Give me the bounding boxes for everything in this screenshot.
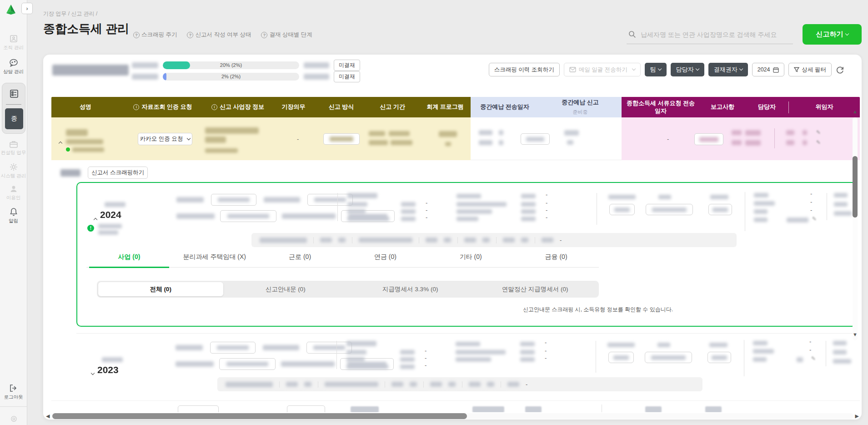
- report-method-select[interactable]: [323, 133, 360, 145]
- status-dot-icon: [66, 147, 70, 152]
- redacted-label: [457, 194, 481, 198]
- report-items-button[interactable]: [694, 133, 723, 145]
- help-report-status[interactable]: ?신고서 작성 여부 상태: [187, 31, 251, 39]
- redacted-label: [457, 202, 507, 207]
- pdf-download-button[interactable]: [645, 352, 692, 363]
- redacted-label: [176, 213, 215, 219]
- col-auth-request[interactable]: i자료조회 인증 요청: [120, 97, 206, 117]
- tab-earned[interactable]: 근로 (0): [257, 248, 343, 267]
- redacted-label: [472, 406, 504, 412]
- sidebar-expand-button[interactable]: ›: [21, 3, 33, 14]
- question-icon: ?: [133, 32, 140, 38]
- redacted-label: [833, 359, 851, 364]
- subtab-payment-statement[interactable]: 지급명세서 3.3% (0): [348, 282, 473, 296]
- progress-track: 20% (2%): [163, 61, 299, 69]
- edit-icon[interactable]: ✎: [812, 216, 817, 222]
- redacted-count: [521, 238, 528, 243]
- sidebar-item-consulting[interactable]: 컨설팅 업무: [0, 140, 27, 156]
- pdf-download-button[interactable]: [210, 342, 256, 354]
- scroll-right-arrow[interactable]: ▶: [855, 414, 859, 419]
- scroll-down-arrow[interactable]: ▼: [853, 332, 858, 337]
- search-input[interactable]: [641, 31, 786, 38]
- bell-icon: [9, 207, 18, 217]
- app-logo[interactable]: [5, 4, 17, 15]
- sidebar: 조직 관리 상담 관리 종 컨설팅 업무 시스템 관리 이용인 알림 로그아웃 …: [0, 0, 27, 425]
- sidebar-item-system[interactable]: 시스템 관리: [0, 162, 27, 179]
- col-manager: 담당자: [745, 103, 788, 111]
- dash-value: -: [809, 346, 811, 353]
- mail-bulk-button[interactable]: 메일 일괄 전송하기: [564, 63, 641, 76]
- expand-year-icon[interactable]: [91, 371, 95, 375]
- pdf-download-button[interactable]: [646, 204, 693, 215]
- year-picker-button[interactable]: 2024: [752, 63, 784, 76]
- interim-select[interactable]: [521, 133, 550, 145]
- pdf-download-button[interactable]: [211, 194, 256, 206]
- subtab-all[interactable]: 전체 (0): [98, 282, 223, 296]
- settings-icon[interactable]: [10, 415, 17, 422]
- v-scroll-track[interactable]: [853, 117, 858, 340]
- header-olive-section: 성명 i자료조회 인증 요청 i신고 사업장 정보 기장의무 신고 방식 신고 …: [51, 97, 471, 117]
- redacted-count: [448, 382, 456, 387]
- subtab-yearend-statement[interactable]: 연말정산 지급명세서 (0): [473, 282, 598, 296]
- kakao-auth-request-button[interactable]: 카카오 인증 요청: [138, 133, 192, 145]
- subtab-guide[interactable]: 신고안내문 (0): [223, 282, 348, 296]
- approver-filter-button[interactable]: 결재권자: [708, 63, 748, 76]
- redacted-label: [833, 341, 847, 345]
- report-button[interactable]: 신고하기: [803, 24, 862, 45]
- redacted-label: [607, 343, 635, 347]
- tab-separate-housing[interactable]: 분리과세 주택임대 (X): [172, 248, 257, 267]
- help-approval-stage[interactable]: ?결재 상태별 단계: [261, 31, 312, 39]
- unapproved-button[interactable]: 미결재: [334, 60, 360, 71]
- redacted-label: [351, 406, 379, 412]
- tab-pension[interactable]: 연금 (0): [342, 248, 428, 267]
- redacted-status: [401, 209, 416, 214]
- input-button[interactable]: [707, 352, 731, 363]
- scroll-up-arrow[interactable]: ▲: [853, 109, 858, 114]
- refresh-icon[interactable]: [836, 66, 844, 74]
- sidebar-item-org[interactable]: 조직 관리: [0, 34, 27, 51]
- question-icon: ?: [187, 32, 193, 38]
- pdf-download-button[interactable]: [220, 210, 276, 222]
- progress-group: 20% (2%) 미결재 2% (2%) 미결재: [132, 61, 360, 81]
- collapse-row-icon[interactable]: [59, 142, 62, 145]
- redacted-status: [521, 194, 536, 198]
- help-scraping-cycle[interactable]: ?스크래핑 주기: [133, 31, 177, 39]
- input-button[interactable]: [708, 204, 732, 215]
- redacted-label: [657, 343, 670, 347]
- scraping-history-button[interactable]: 스크래핑 이력 조회하기: [489, 63, 560, 76]
- pdf-download-button[interactable]: [306, 342, 352, 354]
- sidebar-item-consult-mgmt[interactable]: 상담 관리: [0, 58, 27, 75]
- pdf-download-button[interactable]: [307, 194, 353, 206]
- dash-value: -: [426, 199, 427, 206]
- view-button[interactable]: [609, 204, 635, 215]
- v-scroll-thumb[interactable]: [853, 156, 858, 218]
- edit-icon[interactable]: ✎: [816, 129, 821, 136]
- pdf-download-button[interactable]: [219, 358, 276, 370]
- logout-button[interactable]: 로그아웃: [0, 384, 27, 400]
- income-type-summary-strip: -: [251, 233, 737, 247]
- unapproved-button[interactable]: 미결재: [334, 71, 360, 82]
- tab-financial[interactable]: 금융 (0): [513, 248, 599, 267]
- question-icon: ?: [261, 32, 267, 38]
- edit-icon[interactable]: ✎: [811, 355, 816, 362]
- sidebar-item-alerts[interactable]: 알림: [0, 207, 27, 224]
- scroll-left-arrow[interactable]: ◀: [46, 414, 50, 419]
- list-card-icon[interactable]: [9, 89, 19, 99]
- redacted-label: [346, 364, 388, 369]
- tab-other[interactable]: 기타 (0): [428, 248, 513, 267]
- h-scroll-track[interactable]: [51, 413, 853, 419]
- col-biz-info[interactable]: i신고 사업장 정보: [206, 97, 270, 117]
- scrape-report-button[interactable]: 신고서 스크래핑하기: [88, 167, 148, 179]
- manager-filter-button[interactable]: 담당자: [671, 63, 704, 76]
- team-filter-button[interactable]: 팀: [645, 63, 667, 76]
- detail-filter-button[interactable]: 상세 필터: [788, 63, 832, 76]
- sidebar-item-jong[interactable]: 종: [5, 108, 23, 129]
- table-row[interactable]: 카카오 인증 요청 - -: [51, 117, 860, 160]
- sidebar-item-user[interactable]: 이용인: [0, 184, 27, 201]
- redacted-label: [732, 140, 742, 145]
- edit-icon[interactable]: ✎: [816, 139, 821, 146]
- collapse-year-icon[interactable]: [94, 218, 97, 222]
- view-button[interactable]: [608, 352, 634, 363]
- h-scroll-thumb[interactable]: [52, 413, 467, 419]
- tab-business[interactable]: 사업 (0): [86, 248, 172, 267]
